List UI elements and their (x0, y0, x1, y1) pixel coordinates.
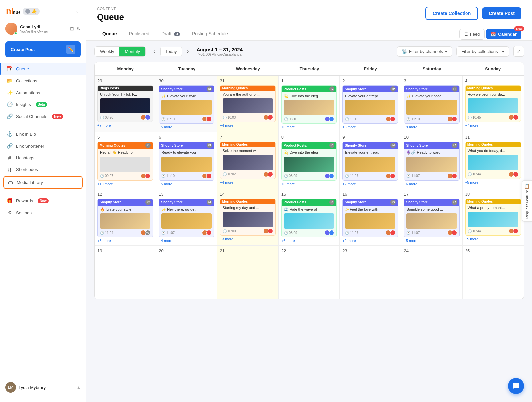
more-posts-link[interactable]: +2 more (342, 182, 398, 186)
monthly-view-button[interactable]: Monthly (119, 47, 145, 56)
sidebar-item-rewards[interactable]: 🎁 Rewards New (0, 195, 86, 207)
post-card[interactable]: Shopify Store +5 Ready to elevate you 🕐 … (159, 142, 214, 180)
more-posts-link[interactable]: +5 more (159, 182, 214, 186)
sidebar-item-collections[interactable]: 📂 Collections (0, 75, 86, 87)
post-card[interactable]: Morning Quotes +1 Hey all 👋 Ready for 🕐 … (97, 142, 153, 180)
post-thumbnail (406, 157, 457, 172)
post-card[interactable]: Shopify Store +2 🔥 Ignite your style ...… (97, 199, 153, 237)
weekly-view-button[interactable]: Weekly (95, 47, 119, 56)
more-posts-link[interactable]: +5 more (97, 239, 153, 243)
post-card[interactable]: Morning Quotes What you do today, d... 🕐… (465, 142, 521, 179)
sidebar-item-settings[interactable]: ⚙ Settings (0, 207, 86, 219)
chat-bubble[interactable] (508, 378, 524, 394)
sidebar-item-link-bio[interactable]: ⚓ Link in Bio (0, 128, 86, 140)
post-card[interactable]: Shopify Store +4 Elevate your entrepr. 🕐… (342, 142, 398, 180)
post-card[interactable]: Blogs Posts Unlock Your TikTok P... 🕐 08… (97, 85, 153, 122)
post-thumbnail (468, 98, 518, 113)
more-posts-link[interactable]: +5 more (404, 239, 459, 243)
folder-icon: 📂 (7, 78, 13, 84)
post-card[interactable]: Shopify Store +3 ✨ Elevate your style 🕐 … (159, 85, 214, 124)
sidebar-item-insights[interactable]: 🕐 Insights Beta (0, 99, 86, 110)
insights-beta-badge: Beta (36, 102, 47, 107)
more-posts-link[interactable]: +5 more (159, 125, 214, 129)
post-thumbnail (345, 157, 395, 172)
post-card[interactable]: Morning Quotes What a pretty romant... 🕐… (465, 199, 521, 236)
more-posts-link[interactable]: +10 more (97, 182, 153, 186)
tab-posting-schedule[interactable]: Posting Schedule (187, 28, 233, 40)
calendar-cell-aug13: 13 Shopify Store +4 ✨ Hey there, go-get … (156, 189, 217, 245)
post-card[interactable]: Shopify Store +2 Elevate your entrepr. 🕐… (342, 85, 398, 124)
rewards-new-badge: New (38, 198, 49, 203)
calendar-cell-aug22: 22 (279, 246, 340, 299)
more-posts-link[interactable]: +2 more (342, 239, 398, 243)
avatar (5, 23, 17, 35)
create-post-header-button[interactable]: Create Post (482, 7, 521, 19)
code-icon: {} (7, 167, 13, 172)
expand-calendar-button[interactable]: ⤢ (513, 46, 524, 57)
sidebar-item-shortcodes[interactable]: {} Shortcodes (0, 164, 86, 175)
feed-button[interactable]: ☰ Feed (459, 29, 485, 40)
post-card[interactable]: Morning Quotes How we begin our da... 🕐 … (465, 85, 521, 122)
sidebar-item-hashtags[interactable]: # Hashtags (0, 152, 86, 164)
post-card[interactable]: Shopify Store +3 ✨ Elevate your boar 🕐 1… (404, 85, 459, 124)
post-card[interactable]: Product Posts. +2 🌊 Ride the wave of 🕐 0… (281, 199, 337, 237)
more-posts-link[interactable]: +9 more (404, 125, 459, 129)
main-header: CONTENT Queue Create Collection Create P… (86, 0, 532, 41)
calendar-button[interactable]: 📅 Calendar New (486, 29, 521, 39)
refresh-icon[interactable]: ↻ (77, 26, 81, 31)
sidebar-item-social[interactable]: 🔗 Social Channels New (0, 110, 86, 122)
svg-text:nuelink: nuelink (13, 10, 20, 15)
post-card[interactable]: Product Posts. +4 💫 Dive into the eleg 🕐… (281, 85, 337, 124)
user-section: Casa Lydi... You're the Owner ⊞ ↻ (0, 20, 86, 39)
post-thumbnail (468, 212, 518, 227)
timezone-label: (+01:00) Africa/Casablanca (197, 52, 243, 56)
request-feature-panel[interactable]: 📋 Request Feature (522, 180, 532, 222)
more-posts-link[interactable]: +5 more (465, 180, 521, 184)
post-thumbnail (284, 213, 334, 229)
sidebar-item-link-shortener[interactable]: 🔗 Link Shortener (0, 140, 86, 152)
more-posts-link[interactable]: +5 more (465, 237, 521, 241)
more-posts-link[interactable]: +6 more (404, 182, 459, 186)
more-posts-link[interactable]: +5 more (342, 125, 398, 129)
post-card[interactable]: Shopify Store +4 ✨ Hey there, go-get 🕐 1… (159, 199, 214, 237)
tab-queue[interactable]: Queue (97, 28, 122, 40)
day-header-wednesday: Wednesday (217, 62, 279, 75)
post-card[interactable]: Shopify Store +3 ✨Feel the love with 🕐 1… (342, 199, 398, 237)
filter-channels-dropdown[interactable]: 📡 Filter by channels ▾ (397, 46, 452, 57)
post-card[interactable]: Morning Quotes You are the author of... … (220, 85, 276, 122)
create-collection-button[interactable]: Create Collection (425, 7, 478, 20)
more-posts-link[interactable]: +3 more (220, 237, 276, 241)
post-card[interactable]: Morning Quotes Starting my day and ... 🕐… (220, 199, 276, 236)
chevron-up-icon[interactable]: ▲ (77, 385, 81, 390)
more-posts-link[interactable]: +7 more (465, 123, 521, 127)
sidebar-collapse-button[interactable]: ‹ (73, 8, 81, 15)
more-posts-link[interactable]: +4 more (159, 239, 214, 243)
more-posts-link[interactable]: +6 more (281, 239, 337, 243)
filter-collections-dropdown[interactable]: Filter by collections ▾ (456, 46, 509, 57)
user-info: Casa Lydi... You're the Owner (20, 24, 67, 33)
create-post-button[interactable]: Create Post ✏️ (5, 41, 81, 57)
draft-count-badge: 3 (174, 32, 180, 36)
sidebar-item-automations[interactable]: ✨ Automations (0, 87, 86, 99)
tab-draft[interactable]: Draft 3 (156, 28, 185, 40)
post-card[interactable]: Morning Quotes Seize the moment w... 🕐 1… (220, 142, 276, 179)
today-button[interactable]: Today (160, 47, 182, 56)
grid-icon[interactable]: ⊞ (70, 26, 74, 31)
next-month-button[interactable]: › (183, 47, 193, 56)
more-posts-link[interactable]: +4 more (220, 123, 276, 127)
theme-toggle[interactable]: ☀️ (23, 8, 40, 15)
post-card[interactable]: Shopify Store +3 Sprinkle some good ... … (404, 199, 459, 237)
prev-month-button[interactable]: ‹ (150, 47, 159, 56)
post-card[interactable]: Product Posts. +3 💫 Dive into the eleg 🕐… (281, 142, 337, 180)
clock-icon: 🕐 (7, 101, 13, 107)
more-posts-link[interactable]: +4 more (220, 180, 276, 184)
sidebar-item-queue[interactable]: 📅 Queue (0, 63, 86, 75)
calendar-week-3: 12 Shopify Store +2 🔥 Ignite your style … (95, 189, 524, 246)
post-thumbnail (345, 100, 395, 115)
more-posts-link[interactable]: +7 more (97, 123, 153, 127)
post-card[interactable]: Shopify Store +3 🔮🔗 Ready to ward... 🕐 1… (404, 142, 459, 180)
tab-published[interactable]: Published (124, 28, 155, 40)
sidebar-item-media-library[interactable]: 🗃 Media Library (3, 176, 83, 189)
more-posts-link[interactable]: +6 more (281, 182, 337, 186)
more-posts-link[interactable]: +6 more (281, 125, 337, 129)
